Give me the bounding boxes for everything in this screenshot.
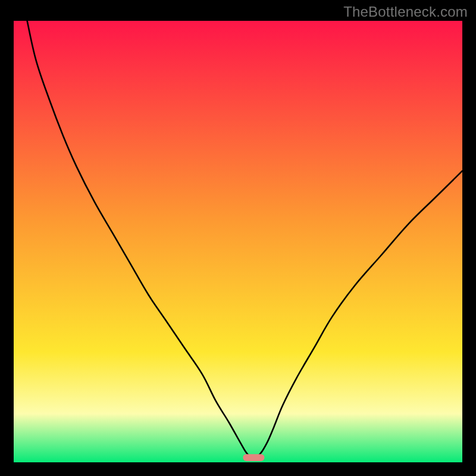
- bottleneck-chart: [14, 21, 462, 462]
- chart-container: TheBottleneck.com: [0, 0, 476, 476]
- plot-background: [14, 21, 462, 462]
- plot-frame: [14, 21, 462, 462]
- optimal-marker: [243, 454, 264, 461]
- watermark-text: TheBottleneck.com: [343, 4, 468, 20]
